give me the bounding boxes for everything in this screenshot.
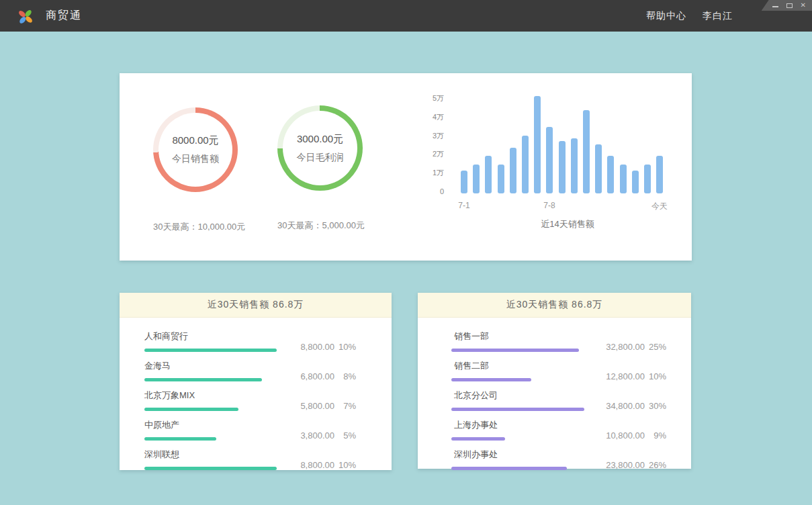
chart-title: 近14天销售额 — [461, 218, 674, 230]
row-bar — [451, 467, 567, 470]
row-percent: 8% — [334, 371, 356, 381]
sales-bar — [534, 96, 541, 193]
row-amount: 6,800.00 — [277, 371, 334, 381]
sales-bar — [559, 141, 566, 193]
sales-bar — [522, 136, 529, 193]
row-name: 北京万象MIX — [144, 389, 277, 402]
departments-list: 销售一部32,800.0025%销售二部12,800.0010%北京分公司34,… — [418, 318, 691, 470]
x-axis-tick: 7-8 — [529, 201, 570, 210]
username-menu[interactable]: 李白江 — [703, 10, 733, 22]
window-controls: ✕ — [762, 0, 812, 11]
today-profit-label: 今日毛利润 — [297, 152, 344, 164]
row-amount: 32,800.00 — [588, 342, 645, 352]
sales-bar — [656, 156, 663, 193]
today-sales-card: 8000.00元 今日销售额 30天最高：10,000.00元 — [153, 107, 238, 233]
sales-bar — [607, 156, 614, 193]
app-title: 商贸通 — [46, 9, 82, 23]
customers-list: 人和商贸行8,800.0010%金海马6,800.008%北京万象MIX5,80… — [120, 318, 392, 470]
y-axis-tick: 2万 — [424, 150, 444, 158]
row-name: 销售二部 — [454, 360, 584, 372]
departments-panel-header: 近30天销售额 86.8万 — [418, 293, 691, 318]
sales-bar — [485, 156, 492, 193]
row-bar — [144, 378, 262, 381]
today-profit-value: 3000.00元 — [297, 133, 343, 146]
departments-panel: 近30天销售额 86.8万 销售一部32,800.0025%销售二部12,800… — [418, 293, 691, 469]
row-amount: 8,800.00 — [277, 342, 334, 352]
sales-row: 上海办事处10,800.009% — [451, 419, 666, 441]
customers-panel-header: 近30天销售额 86.8万 — [120, 293, 392, 318]
row-amount: 10,800.00 — [588, 430, 645, 441]
y-axis-tick: 4万 — [424, 113, 444, 122]
sales-row: 北京分公司34,800.0030% — [451, 389, 666, 411]
row-percent: 10% — [645, 371, 666, 381]
row-name: 深圳办事处 — [454, 449, 584, 461]
row-bar — [144, 437, 216, 441]
sales-bar — [644, 165, 651, 193]
row-name: 销售一部 — [454, 330, 584, 342]
row-percent: 10% — [334, 342, 356, 352]
sales-row: 人和商贸行8,800.0010% — [144, 330, 356, 352]
row-percent: 26% — [645, 460, 666, 470]
row-bar — [144, 349, 277, 352]
sales-bar — [583, 110, 590, 193]
sales-row: 深圳办事处23,800.0026% — [451, 449, 666, 470]
row-amount: 12,800.00 — [588, 371, 645, 381]
profit-30d-max: 30天最高：5,000.00元 — [277, 220, 363, 232]
help-center-link[interactable]: 帮助中心 — [646, 10, 686, 22]
today-sales-label: 今日销售额 — [172, 153, 219, 165]
sales-row: 销售一部32,800.0025% — [451, 330, 666, 352]
today-profit-donut: 3000.00元 今日毛利润 — [277, 105, 363, 191]
overview-panel: 8000.00元 今日销售额 30天最高：10,000.00元 3000.00元… — [120, 73, 692, 261]
y-axis-tick: 5万 — [424, 94, 444, 103]
x-axis-tick: 今天 — [639, 201, 680, 212]
row-percent: 30% — [645, 401, 666, 411]
sales-bar — [595, 144, 602, 193]
row-name: 上海办事处 — [454, 419, 584, 431]
row-amount: 23,800.00 — [588, 460, 645, 470]
row-amount: 34,800.00 — [588, 401, 645, 411]
sales-bar — [546, 127, 553, 193]
sales-bar — [498, 165, 504, 193]
row-name: 深圳联想 — [144, 449, 277, 461]
row-name: 金海马 — [144, 360, 277, 372]
y-axis-tick: 1万 — [424, 169, 444, 177]
sales-row: 中原地产3,800.005% — [144, 419, 356, 441]
row-name: 人和商贸行 — [144, 330, 277, 342]
row-name: 北京分公司 — [454, 389, 584, 402]
sales-row: 金海马6,800.008% — [144, 360, 356, 381]
row-bar — [451, 378, 531, 381]
row-bar — [451, 437, 505, 441]
row-bar — [451, 349, 579, 352]
today-sales-value: 8000.00元 — [172, 134, 218, 147]
row-amount: 5,800.00 — [277, 401, 334, 411]
row-percent: 25% — [645, 342, 666, 352]
close-button[interactable]: ✕ — [801, 1, 806, 10]
row-percent: 10% — [334, 460, 356, 470]
maximize-button[interactable] — [786, 3, 793, 8]
row-amount: 3,800.00 — [277, 430, 334, 441]
sales-bar — [461, 171, 467, 193]
y-axis-tick: 0 — [424, 187, 444, 196]
sales-bar — [571, 138, 578, 193]
row-name: 中原地产 — [144, 419, 277, 431]
row-bar — [144, 408, 238, 411]
minimize-button[interactable] — [772, 4, 778, 7]
sales-row: 北京万象MIX5,800.007% — [144, 389, 356, 411]
sales-bar — [620, 165, 627, 193]
row-percent: 9% — [645, 430, 666, 441]
sales-row: 销售二部12,800.0010% — [451, 360, 666, 381]
today-profit-card: 3000.00元 今日毛利润 30天最高：5,000.00元 — [277, 105, 363, 232]
row-bar — [451, 408, 584, 411]
sales-bar — [473, 165, 480, 193]
row-percent: 7% — [334, 401, 356, 411]
sales-30d-max: 30天最高：10,000.00元 — [153, 221, 238, 233]
y-axis-tick: 3万 — [424, 132, 444, 140]
sales-bar — [510, 148, 516, 193]
sales-row: 深圳联想8,800.0010% — [144, 449, 356, 470]
titlebar: 商贸通 帮助中心 李白江 ✕ — [0, 0, 812, 32]
app-logo-icon — [16, 6, 35, 26]
customers-panel: 近30天销售额 86.8万 人和商贸行8,800.0010%金海马6,800.0… — [120, 293, 392, 470]
sales-bar — [632, 171, 639, 193]
row-bar — [144, 467, 277, 470]
row-amount: 8,800.00 — [277, 460, 334, 470]
